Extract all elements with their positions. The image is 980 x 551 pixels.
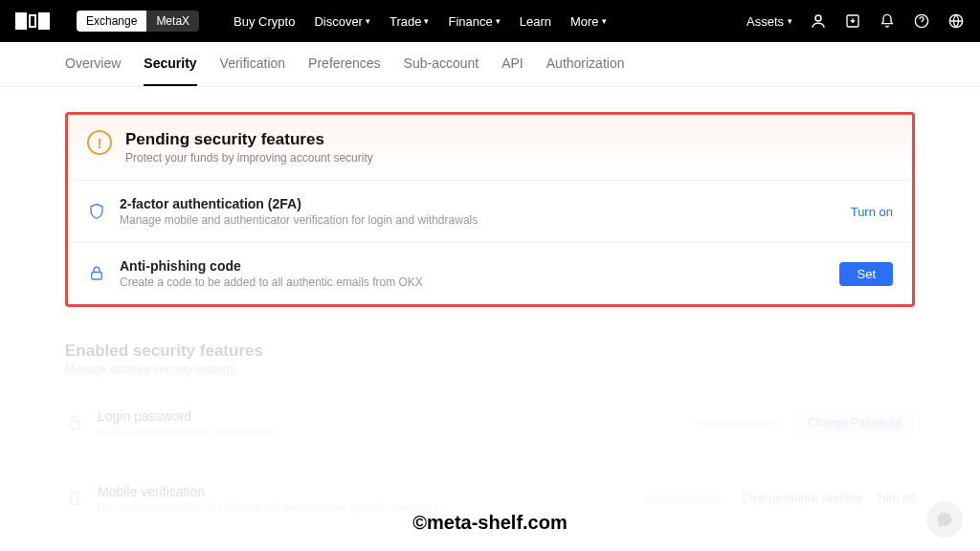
svg-rect-4 bbox=[92, 273, 102, 280]
chat-bubble-icon[interactable] bbox=[926, 501, 963, 538]
twofa-turn-on-link[interactable]: Turn on bbox=[851, 205, 893, 219]
svg-rect-5 bbox=[70, 422, 80, 430]
nav-more[interactable]: More▾ bbox=[570, 14, 607, 29]
tab-verification[interactable]: Verification bbox=[220, 42, 285, 86]
mobile-turn-off-link[interactable]: Turn off bbox=[876, 492, 915, 505]
tab-subaccount[interactable]: Sub-account bbox=[404, 42, 479, 86]
globe-icon[interactable] bbox=[947, 12, 965, 30]
tab-overview[interactable]: Overview bbox=[65, 42, 121, 86]
svg-point-0 bbox=[815, 15, 821, 21]
nav-trade[interactable]: Trade▾ bbox=[390, 14, 429, 29]
phish-title: Anti-phishing code bbox=[120, 258, 826, 274]
assets-dropdown[interactable]: Assets▾ bbox=[746, 14, 792, 29]
key-icon bbox=[65, 413, 84, 432]
nav-learn[interactable]: Learn bbox=[520, 14, 551, 29]
mobile-title: Mobile verification bbox=[98, 484, 629, 499]
change-password-button[interactable]: Change Password bbox=[794, 411, 915, 434]
bell-icon[interactable] bbox=[879, 12, 896, 30]
login-desc: Login password protects account login bbox=[98, 426, 681, 437]
feature-2fa: 2-factor authentication (2FA) Manage mob… bbox=[68, 180, 912, 242]
phish-desc: Create a code to be added to all authent… bbox=[120, 276, 826, 289]
tab-security[interactable]: Security bbox=[144, 42, 196, 86]
svg-rect-6 bbox=[71, 492, 78, 505]
nav-buy-crypto[interactable]: Buy Crypto bbox=[234, 14, 295, 29]
nav-discover[interactable]: Discover▾ bbox=[314, 14, 370, 29]
user-icon[interactable] bbox=[810, 12, 827, 30]
feature-login-password: Login passwordLogin password protects ac… bbox=[65, 391, 915, 454]
pending-title: Pending security features bbox=[125, 130, 373, 149]
warning-icon: ! bbox=[87, 130, 112, 155]
mode-metax[interactable]: MetaX bbox=[146, 11, 199, 32]
phish-set-button[interactable]: Set bbox=[839, 262, 893, 286]
twofa-desc: Manage mobile and authenticator verifica… bbox=[120, 213, 837, 227]
okx-logo[interactable] bbox=[15, 12, 50, 30]
account-subnav: Overview Security Verification Preferenc… bbox=[0, 42, 980, 87]
download-icon[interactable] bbox=[844, 12, 861, 30]
pending-security-box: ! Pending security features Protect your… bbox=[65, 112, 915, 307]
watermark: ©meta-shelf.com bbox=[412, 512, 567, 534]
top-navbar: Exchange MetaX Buy Crypto Discover▾ Trad… bbox=[0, 0, 980, 42]
status-bar bbox=[695, 419, 781, 427]
tab-authorization[interactable]: Authorization bbox=[546, 42, 625, 86]
mode-exchange[interactable]: Exchange bbox=[77, 11, 146, 32]
feature-antiphishing: Anti-phishing code Create a code to be a… bbox=[68, 242, 912, 304]
tab-api[interactable]: API bbox=[501, 42, 523, 86]
pending-subtitle: Protect your funds by improving account … bbox=[125, 151, 373, 165]
lock-icon bbox=[87, 264, 106, 283]
help-icon[interactable] bbox=[913, 12, 930, 30]
login-title: Login password bbox=[98, 408, 681, 424]
mode-toggle: Exchange MetaX bbox=[77, 11, 199, 32]
twofa-title: 2-factor authentication (2FA) bbox=[120, 196, 837, 211]
change-mobile-link[interactable]: Change Mobile Number bbox=[742, 492, 863, 505]
enabled-subtitle: Manage account security settings bbox=[65, 363, 915, 376]
enabled-title: Enabled security features bbox=[65, 342, 915, 361]
shield-icon bbox=[87, 202, 106, 221]
nav-finance[interactable]: Finance▾ bbox=[448, 14, 500, 29]
tab-preferences[interactable]: Preferences bbox=[308, 42, 380, 86]
status-bar bbox=[642, 495, 728, 502]
phone-icon bbox=[65, 489, 84, 508]
feature-authenticator: Authenticator appUse authenticator app c… bbox=[65, 541, 915, 551]
